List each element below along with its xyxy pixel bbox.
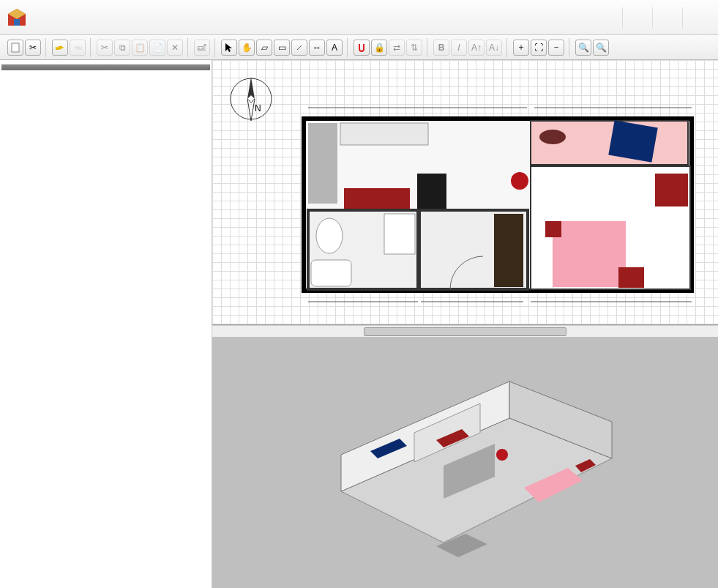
lock-button[interactable]: 🔒 <box>371 40 387 56</box>
svg-rect-2 <box>14 19 20 26</box>
italic-button[interactable]: I <box>451 40 467 56</box>
compass-icon: N <box>225 73 277 124</box>
dimension-tool[interactable]: ↔ <box>309 40 325 56</box>
svg-point-11 <box>539 130 566 144</box>
new-button[interactable] <box>7 40 23 56</box>
toolbar: ✂ ✂ ⧉ 📋 📄 ✕ 🛋 ✋ ▱ ▭ ⟋ ↔ A 🔒 ⇄ ⇅ B I A↑ A… <box>0 35 718 60</box>
pan-tool[interactable]: ✋ <box>239 40 255 56</box>
search-button[interactable]: 🔍 <box>575 40 591 56</box>
increase-font-button[interactable]: A↑ <box>468 40 485 56</box>
zoom-fit-button[interactable]: ⛶ <box>531 40 547 56</box>
right-pane: N <box>212 60 718 588</box>
nav-gallery[interactable] <box>652 7 682 28</box>
svg-rect-12 <box>308 123 337 204</box>
text-tool[interactable]: A <box>326 40 343 56</box>
wall-tool[interactable]: ▱ <box>256 40 272 56</box>
magnetism-button[interactable] <box>354 40 370 56</box>
zoom-in-button[interactable]: ＋ <box>513 40 529 56</box>
bold-button[interactable]: B <box>433 40 449 56</box>
3d-model[interactable] <box>290 352 641 572</box>
svg-text:N: N <box>255 103 261 113</box>
delete-button[interactable]: ✕ <box>167 40 183 56</box>
svg-rect-17 <box>553 221 626 287</box>
flip-v-button[interactable]: ⇅ <box>406 40 422 56</box>
copy-button[interactable]: ⧉ <box>114 40 130 56</box>
undo-button[interactable] <box>52 40 68 56</box>
svg-marker-6 <box>247 99 255 121</box>
main-nav <box>593 7 712 28</box>
svg-rect-18 <box>545 221 561 237</box>
svg-rect-15 <box>417 174 446 210</box>
add-furniture-button[interactable]: 🛋 <box>194 40 210 56</box>
category-header[interactable] <box>1 64 210 70</box>
app-logo <box>6 7 32 29</box>
3d-view[interactable] <box>212 337 718 588</box>
app-header <box>0 0 718 35</box>
furniture-catalog[interactable] <box>0 60 212 588</box>
open-button[interactable]: ✂ <box>25 40 41 56</box>
svg-rect-27 <box>494 214 523 287</box>
nav-download[interactable] <box>593 7 622 28</box>
svg-rect-14 <box>344 188 410 210</box>
decrease-font-button[interactable]: A↓ <box>486 40 502 56</box>
paste-style-button[interactable]: 📄 <box>149 40 165 56</box>
cut-button[interactable]: ✂ <box>97 40 113 56</box>
polyline-tool[interactable]: ⟋ <box>291 40 307 56</box>
plan-view[interactable]: N <box>212 60 718 325</box>
svg-rect-24 <box>311 260 351 286</box>
plan-scrollbar-h[interactable] <box>212 325 718 337</box>
room-tool[interactable]: ▭ <box>274 40 290 56</box>
scroll-thumb[interactable] <box>364 327 566 336</box>
svg-point-39 <box>496 449 508 461</box>
nav-blog[interactable] <box>682 7 712 28</box>
svg-point-21 <box>511 172 528 190</box>
nav-online[interactable] <box>622 7 652 28</box>
redo-button[interactable] <box>70 40 86 56</box>
flip-h-button[interactable]: ⇄ <box>389 40 405 56</box>
search2-button[interactable]: 🔍 <box>593 40 609 56</box>
paste-button[interactable]: 📋 <box>132 40 148 56</box>
select-tool[interactable] <box>221 40 237 56</box>
svg-rect-19 <box>618 267 644 288</box>
zoom-out-button[interactable]: － <box>548 40 564 56</box>
svg-marker-5 <box>247 77 255 99</box>
floorplan[interactable] <box>296 93 699 313</box>
svg-rect-13 <box>340 123 428 145</box>
svg-point-23 <box>316 218 343 253</box>
main-area: N <box>0 60 718 588</box>
logo-icon <box>6 7 28 29</box>
svg-rect-25 <box>384 214 415 254</box>
svg-rect-10 <box>608 120 657 163</box>
svg-rect-20 <box>655 174 688 206</box>
svg-rect-3 <box>12 43 19 52</box>
